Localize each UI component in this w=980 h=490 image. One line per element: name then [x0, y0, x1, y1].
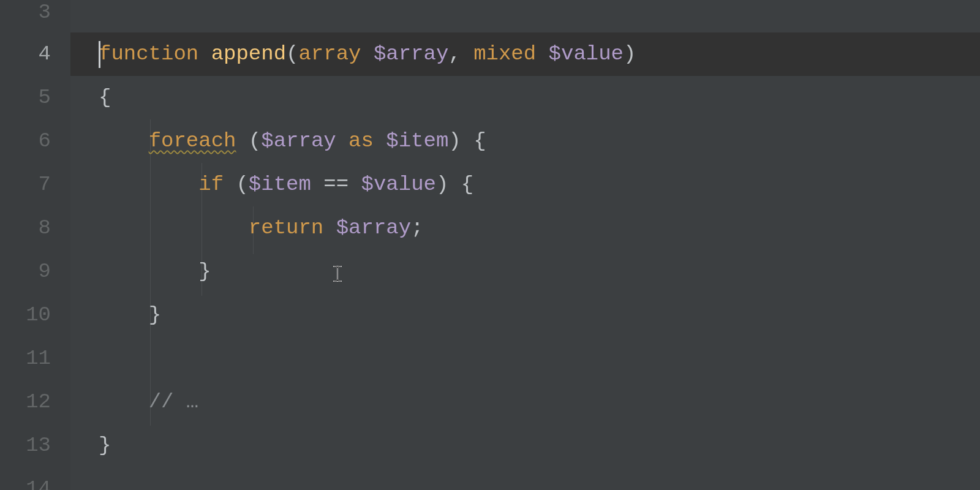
line-number[interactable]: 12: [0, 380, 51, 424]
indent: [99, 303, 149, 326]
line-number[interactable]: 13: [0, 424, 51, 467]
paren-close: ): [624, 42, 636, 66]
code-line-10[interactable]: }: [70, 293, 980, 337]
line-number-gutter: 3 4 5 6 7 8 9 10 11 12 13 14: [0, 0, 70, 490]
indent: [99, 260, 198, 283]
code-line-5[interactable]: {: [70, 76, 980, 119]
code-line-14[interactable]: [70, 467, 980, 490]
keyword-if: if: [198, 173, 224, 196]
code-line-11[interactable]: [70, 337, 980, 380]
code-line-8[interactable]: return $array;: [70, 206, 980, 250]
var-value: $value: [361, 173, 436, 196]
line-number[interactable]: 10: [0, 293, 51, 337]
indent: [99, 173, 198, 196]
brace-close: }: [198, 260, 211, 283]
paren-close-brace: ) {: [448, 129, 486, 153]
line-number[interactable]: 4: [0, 32, 51, 76]
code-line-4[interactable]: function append(array $array, mixed $val…: [70, 32, 980, 76]
line-number[interactable]: 7: [0, 163, 51, 206]
type-array: array: [298, 42, 361, 66]
paren-open: (: [286, 42, 298, 66]
code-editor[interactable]: function append(array $array, mixed $val…: [70, 0, 980, 490]
type-mixed: mixed: [473, 42, 536, 66]
keyword-function: function: [99, 42, 198, 66]
paren-close-brace: ) {: [436, 173, 473, 196]
comma: ,: [448, 42, 461, 66]
indent: [99, 390, 149, 413]
code-line-3[interactable]: [70, 0, 980, 32]
keyword-return: return: [249, 216, 323, 239]
op-equals: ==: [311, 173, 361, 196]
text-caret: [99, 41, 100, 68]
keyword-as: as: [336, 129, 386, 153]
var-item: $item: [386, 129, 448, 153]
code-line-9[interactable]: }: [70, 250, 980, 293]
var-array: $array: [261, 129, 336, 153]
line-number[interactable]: 14: [0, 467, 51, 490]
line-number[interactable]: 8: [0, 206, 51, 250]
comment: // …: [149, 390, 199, 413]
code-line-6[interactable]: foreach ($array as $item) {: [70, 119, 980, 163]
line-number[interactable]: 6: [0, 119, 51, 163]
var-array: $array: [336, 216, 411, 239]
semicolon: ;: [411, 216, 423, 239]
brace-open: {: [99, 86, 111, 109]
code-content[interactable]: function append(array $array, mixed $val…: [70, 0, 980, 490]
line-number[interactable]: 11: [0, 337, 51, 380]
paren-open: (: [224, 173, 249, 196]
code-line-7[interactable]: if ($item == $value) {: [70, 163, 980, 206]
code-line-12[interactable]: // …: [70, 380, 980, 424]
var-value: $value: [549, 42, 624, 66]
var-array: $array: [374, 42, 448, 66]
line-number[interactable]: 9: [0, 250, 51, 293]
indent: [99, 129, 149, 153]
space: [323, 216, 336, 239]
brace-close: }: [99, 434, 111, 457]
function-name: append: [211, 42, 286, 66]
keyword-foreach-with-warning: foreach: [149, 129, 236, 153]
paren-open: (: [236, 129, 261, 153]
line-number[interactable]: 5: [0, 76, 51, 119]
code-line-13[interactable]: }: [70, 424, 980, 467]
var-item: $item: [249, 173, 311, 196]
brace-close: }: [149, 303, 161, 326]
line-number[interactable]: 3: [0, 0, 51, 32]
indent: [99, 216, 249, 239]
